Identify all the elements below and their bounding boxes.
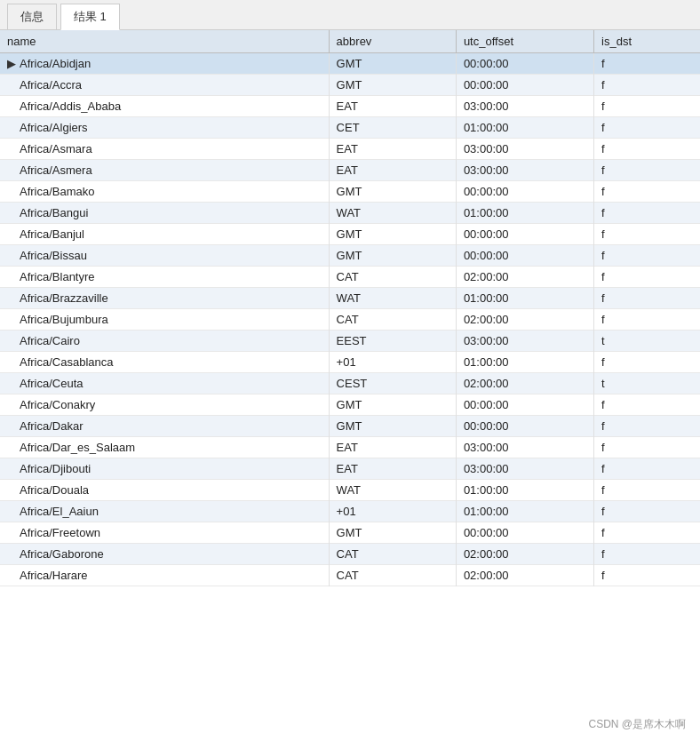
cell-abbrev: GMT <box>329 224 456 245</box>
cell-is-dst: f <box>594 352 700 373</box>
table-row[interactable]: Africa/BujumburaCAT02:00:00f <box>0 309 700 331</box>
tab-info[interactable]: 信息 <box>7 4 57 29</box>
cell-abbrev: GMT <box>329 416 456 437</box>
cell-abbrev: +01 <box>329 501 456 522</box>
cell-abbrev: GMT <box>329 522 456 544</box>
table-row[interactable]: Africa/CeutaCEST02:00:00t <box>0 373 700 394</box>
cell-utc-offset: 03:00:00 <box>456 139 593 160</box>
cell-abbrev: EAT <box>329 437 456 458</box>
cell-abbrev: GMT <box>329 181 456 203</box>
cell-name: Africa/Harare <box>0 565 329 586</box>
cell-abbrev: WAT <box>329 480 456 501</box>
table-row[interactable]: Africa/BanjulGMT00:00:00f <box>0 224 700 245</box>
tab-results[interactable]: 结果 1 <box>60 4 120 30</box>
cell-utc-offset: 00:00:00 <box>456 53 593 75</box>
table-row[interactable]: Africa/BanguiWAT01:00:00f <box>0 203 700 224</box>
cell-abbrev: GMT <box>329 245 456 267</box>
cell-utc-offset: 00:00:00 <box>456 416 593 437</box>
row-indicator: ▶ <box>7 57 20 70</box>
cell-utc-offset: 01:00:00 <box>456 352 593 373</box>
cell-name: Africa/Brazzaville <box>0 288 329 309</box>
table-row[interactable]: Africa/DoualaWAT01:00:00f <box>0 480 700 501</box>
cell-utc-offset: 00:00:00 <box>456 522 593 544</box>
table-row[interactable]: Africa/Casablanca+0101:00:00f <box>0 352 700 373</box>
table-header-row: name abbrev utc_offset is_dst <box>0 30 700 53</box>
table-row[interactable]: Africa/HarareCAT02:00:00f <box>0 565 700 586</box>
col-header-name: name <box>0 30 329 53</box>
cell-utc-offset: 00:00:00 <box>456 245 593 267</box>
cell-is-dst: f <box>594 480 700 501</box>
table-row[interactable]: Africa/AsmeraEAT03:00:00f <box>0 160 700 181</box>
table-row[interactable]: Africa/Addis_AbabaEAT03:00:00f <box>0 96 700 117</box>
cell-is-dst: f <box>594 53 700 75</box>
table-row[interactable]: Africa/BamakoGMT00:00:00f <box>0 181 700 203</box>
table-row[interactable]: Africa/BissauGMT00:00:00f <box>0 245 700 267</box>
table-row[interactable]: Africa/BlantyreCAT02:00:00f <box>0 267 700 288</box>
table-row[interactable]: Africa/DjiboutiEAT03:00:00f <box>0 458 700 480</box>
cell-abbrev: EAT <box>329 139 456 160</box>
table-row[interactable]: Africa/GaboroneCAT02:00:00f <box>0 544 700 565</box>
col-header-abbrev: abbrev <box>329 30 456 53</box>
table-row[interactable]: Africa/AccraGMT00:00:00f <box>0 75 700 96</box>
cell-is-dst: t <box>594 331 700 352</box>
cell-abbrev: GMT <box>329 75 456 96</box>
table-row[interactable]: Africa/FreetownGMT00:00:00f <box>0 522 700 544</box>
cell-name: Africa/Conakry <box>0 394 329 416</box>
cell-abbrev: CEST <box>329 373 456 394</box>
cell-is-dst: f <box>594 394 700 416</box>
cell-is-dst: f <box>594 416 700 437</box>
table-row[interactable]: Africa/El_Aaiun+0101:00:00f <box>0 501 700 522</box>
cell-name: Africa/Gaborone <box>0 544 329 565</box>
cell-utc-offset: 02:00:00 <box>456 565 593 586</box>
cell-utc-offset: 01:00:00 <box>456 480 593 501</box>
cell-is-dst: f <box>594 437 700 458</box>
cell-name: Africa/Bujumbura <box>0 309 329 331</box>
cell-abbrev: EAT <box>329 96 456 117</box>
cell-name: Africa/Bangui <box>0 203 329 224</box>
cell-is-dst: f <box>594 245 700 267</box>
cell-abbrev: CET <box>329 117 456 139</box>
table-row[interactable]: Africa/CairoEEST03:00:00t <box>0 331 700 352</box>
col-header-isdst: is_dst <box>594 30 700 53</box>
col-header-utc: utc_offset <box>456 30 593 53</box>
cell-name: Africa/Asmara <box>0 139 329 160</box>
cell-is-dst: f <box>594 522 700 544</box>
app-container: 信息 结果 1 name abbrev utc_offset is_dst <box>0 0 700 741</box>
cell-is-dst: f <box>594 458 700 480</box>
cell-abbrev: EEST <box>329 331 456 352</box>
table-wrapper[interactable]: name abbrev utc_offset is_dst ▶Africa/Ab… <box>0 30 700 741</box>
cell-name: Africa/Freetown <box>0 522 329 544</box>
cell-is-dst: f <box>594 75 700 96</box>
table-row[interactable]: Africa/ConakryGMT00:00:00f <box>0 394 700 416</box>
cell-abbrev: GMT <box>329 394 456 416</box>
cell-is-dst: f <box>594 139 700 160</box>
cell-utc-offset: 00:00:00 <box>456 181 593 203</box>
table-row[interactable]: Africa/DakarGMT00:00:00f <box>0 416 700 437</box>
table-row[interactable]: ▶Africa/AbidjanGMT00:00:00f <box>0 53 700 75</box>
cell-name: Africa/Bamako <box>0 181 329 203</box>
tab-bar: 信息 结果 1 <box>0 0 700 30</box>
cell-abbrev: CAT <box>329 544 456 565</box>
cell-is-dst: f <box>594 267 700 288</box>
cell-abbrev: +01 <box>329 352 456 373</box>
cell-name: Africa/Dakar <box>0 416 329 437</box>
cell-utc-offset: 02:00:00 <box>456 267 593 288</box>
table-row[interactable]: Africa/BrazzavilleWAT01:00:00f <box>0 288 700 309</box>
cell-name: Africa/Banjul <box>0 224 329 245</box>
cell-utc-offset: 03:00:00 <box>456 96 593 117</box>
cell-utc-offset: 01:00:00 <box>456 288 593 309</box>
table-row[interactable]: Africa/AsmaraEAT03:00:00f <box>0 139 700 160</box>
cell-name: Africa/Bissau <box>0 245 329 267</box>
cell-name: Africa/Douala <box>0 480 329 501</box>
table-row[interactable]: Africa/Dar_es_SalaamEAT03:00:00f <box>0 437 700 458</box>
cell-is-dst: f <box>594 288 700 309</box>
cell-utc-offset: 03:00:00 <box>456 458 593 480</box>
cell-is-dst: f <box>594 96 700 117</box>
cell-utc-offset: 02:00:00 <box>456 309 593 331</box>
cell-is-dst: f <box>594 160 700 181</box>
cell-name: Africa/Djibouti <box>0 458 329 480</box>
table-row[interactable]: Africa/AlgiersCET01:00:00f <box>0 117 700 139</box>
cell-is-dst: f <box>594 117 700 139</box>
cell-name: Africa/Blantyre <box>0 267 329 288</box>
cell-name: Africa/Casablanca <box>0 352 329 373</box>
